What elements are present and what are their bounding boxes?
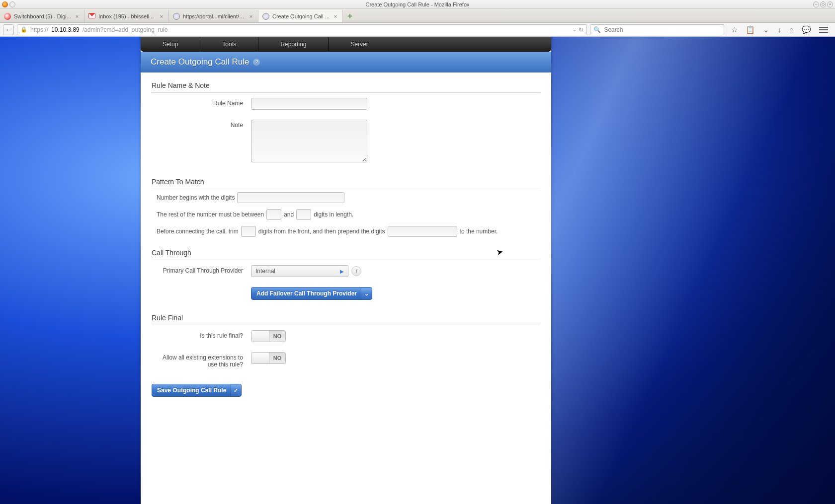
rule-name-input[interactable] xyxy=(251,98,367,110)
tab-switchboard[interactable]: Switchboard (5) - Digi... × xyxy=(0,10,84,22)
nav-tools[interactable]: Tools xyxy=(200,37,258,51)
allow-all-ext-toggle[interactable]: NO xyxy=(251,352,286,364)
section-rule-final-title: Rule Final xyxy=(152,305,540,325)
save-button-label: Save Outgoing Call Rule xyxy=(157,387,226,394)
window-title: Create Outgoing Call Rule - Mozilla Fire… xyxy=(365,1,469,7)
clipboard-icon[interactable]: 📋 xyxy=(746,25,755,34)
browser-url-toolbar: ← 🔒 https:// 10.10.3.89 /admin?cmd=add_o… xyxy=(0,23,835,37)
allow-all-ext-state: NO xyxy=(269,353,285,363)
globe-favicon-icon xyxy=(262,13,269,20)
primary-provider-value: Internal xyxy=(255,268,275,275)
is-final-state: NO xyxy=(269,331,285,342)
chevron-right-icon: ▶ xyxy=(340,269,344,274)
home-icon[interactable]: ⌂ xyxy=(789,25,794,34)
pattern-line2-b: and xyxy=(284,211,294,218)
lock-icon: 🔒 xyxy=(20,26,27,33)
trim-digits-input[interactable] xyxy=(241,226,256,237)
reload-icon[interactable]: ↻ xyxy=(579,26,584,33)
page-title: Create Outgoing Call Rule xyxy=(151,57,249,67)
close-window-button[interactable]: × xyxy=(827,1,833,7)
pocket-icon[interactable]: ⌄ xyxy=(763,25,769,34)
search-input[interactable] xyxy=(604,26,721,33)
toggle-knob xyxy=(251,331,269,342)
section-call-through-title: Call Through xyxy=(152,240,540,260)
pattern-line1-text: Number begins with the digits xyxy=(157,194,235,201)
add-failover-provider-button[interactable]: Add Failover Call Through Provider ⌄ xyxy=(251,287,372,300)
section-rule-name-note-title: Rule Name & Note xyxy=(152,72,540,93)
note-label: Note xyxy=(152,120,251,129)
url-path: /admin?cmd=add_outgoing_rule xyxy=(83,26,168,33)
url-scheme: https:// xyxy=(30,26,48,33)
is-final-toggle[interactable]: NO xyxy=(251,330,286,342)
tab-label: Switchboard (5) - Digi... xyxy=(14,13,71,19)
downloads-icon[interactable]: ↓ xyxy=(777,25,781,34)
url-bar[interactable]: 🔒 https:// 10.10.3.89 /admin?cmd=add_out… xyxy=(17,24,587,35)
globe-favicon-icon xyxy=(173,13,180,20)
rule-name-label: Rule Name xyxy=(152,98,251,107)
bookmark-star-icon[interactable]: ☆ xyxy=(731,25,738,34)
allow-all-ext-label: Allow all existing extensions to use thi… xyxy=(152,352,251,368)
tab-create-outgoing-call[interactable]: Create Outgoing Call ... × xyxy=(258,10,343,22)
prepend-digits-input[interactable] xyxy=(388,226,457,237)
new-tab-button[interactable]: ＋ xyxy=(343,10,357,22)
switchboard-favicon-icon xyxy=(4,13,11,20)
primary-provider-select[interactable]: Internal ▶ xyxy=(251,265,348,277)
tab-label: Inbox (195) - bbissell... xyxy=(98,13,156,19)
app-nav: Setup Tools Reporting Server xyxy=(141,37,551,52)
section-pattern-title: Pattern To Match xyxy=(152,169,540,189)
pattern-line3-b: digits from the front, and then prepend … xyxy=(258,228,385,235)
pattern-line2-a: The rest of the number must be between xyxy=(157,211,264,218)
note-textarea[interactable] xyxy=(251,120,367,162)
primary-provider-label: Primary Call Through Provider xyxy=(152,265,251,274)
page-header: Create Outgoing Call Rule ? xyxy=(141,52,551,72)
close-icon[interactable]: × xyxy=(333,13,338,19)
url-host: 10.10.3.89 xyxy=(51,26,80,33)
browser-tabs-bar: Switchboard (5) - Digi... × Inbox (195) … xyxy=(0,9,835,23)
window-titlebar: Create Outgoing Call Rule - Mozilla Fire… xyxy=(0,0,835,9)
close-icon[interactable]: × xyxy=(74,13,80,19)
minimize-button[interactable]: – xyxy=(813,1,819,7)
dropdown-history-icon[interactable]: ⌄ xyxy=(573,27,577,32)
pattern-line2-c: digits in length. xyxy=(314,211,353,218)
nav-server[interactable]: Server xyxy=(329,37,390,51)
is-final-label: Is this rule final? xyxy=(152,330,251,339)
close-icon[interactable]: × xyxy=(248,13,254,19)
back-button[interactable]: ← xyxy=(3,24,14,35)
search-bar[interactable]: 🔍 xyxy=(590,24,724,35)
begins-with-digits-input[interactable] xyxy=(237,192,344,203)
tab-portal[interactable]: https://portal...ml/client/list × xyxy=(169,10,258,22)
pattern-line3-a: Before connecting the call, trim xyxy=(157,228,239,235)
add-failover-label: Add Failover Call Through Provider xyxy=(256,290,357,297)
toggle-knob xyxy=(251,353,269,363)
info-icon[interactable]: i xyxy=(351,266,361,276)
chevron-down-icon: ⌄ xyxy=(361,288,372,299)
search-icon: 🔍 xyxy=(593,26,601,33)
nav-reporting[interactable]: Reporting xyxy=(258,37,329,51)
pattern-line3-c: to the number. xyxy=(460,228,498,235)
close-icon[interactable]: × xyxy=(159,13,165,19)
wm-extra-icon xyxy=(9,1,15,7)
app-panel: Setup Tools Reporting Server Create Outg… xyxy=(141,37,551,504)
tab-label: Create Outgoing Call ... xyxy=(272,13,330,19)
maximize-button[interactable]: ◇ xyxy=(820,1,826,7)
chat-icon[interactable]: 💬 xyxy=(802,25,811,34)
menu-icon[interactable] xyxy=(819,27,828,33)
save-outgoing-call-rule-button[interactable]: Save Outgoing Call Rule ✓ xyxy=(152,384,242,397)
nav-setup[interactable]: Setup xyxy=(141,37,200,51)
page-viewport: Setup Tools Reporting Server Create Outg… xyxy=(0,37,835,504)
min-digits-input[interactable] xyxy=(266,209,281,220)
gmail-favicon-icon xyxy=(88,13,95,20)
tab-gmail[interactable]: Inbox (195) - bbissell... × xyxy=(84,10,169,22)
max-digits-input[interactable] xyxy=(296,209,311,220)
check-icon: ✓ xyxy=(230,384,241,396)
firefox-app-icon xyxy=(2,1,8,7)
tab-label: https://portal...ml/client/list xyxy=(183,13,245,19)
help-icon[interactable]: ? xyxy=(253,59,260,66)
